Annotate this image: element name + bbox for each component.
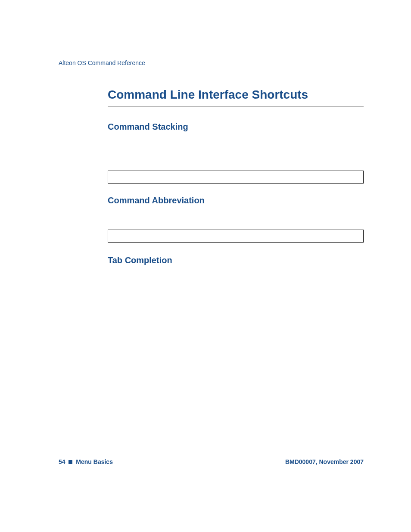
doc-title: Alteon OS Command Reference (59, 59, 364, 66)
footer-doc-id: BMD00007, November 2007 (285, 458, 364, 465)
code-box-abbreviation (108, 230, 364, 243)
h2-command-abbreviation: Command Abbreviation (108, 196, 364, 205)
h2-command-stacking: Command Stacking (108, 122, 364, 132)
footer-page-number: 54 (59, 458, 65, 465)
code-box-stacking (108, 171, 364, 184)
footer-square-icon (68, 460, 72, 464)
footer-chapter: Menu Basics (76, 458, 113, 465)
h1-cli-shortcuts: Command Line Interface Shortcuts (108, 88, 364, 106)
h2-tab-completion: Tab Completion (108, 255, 364, 265)
